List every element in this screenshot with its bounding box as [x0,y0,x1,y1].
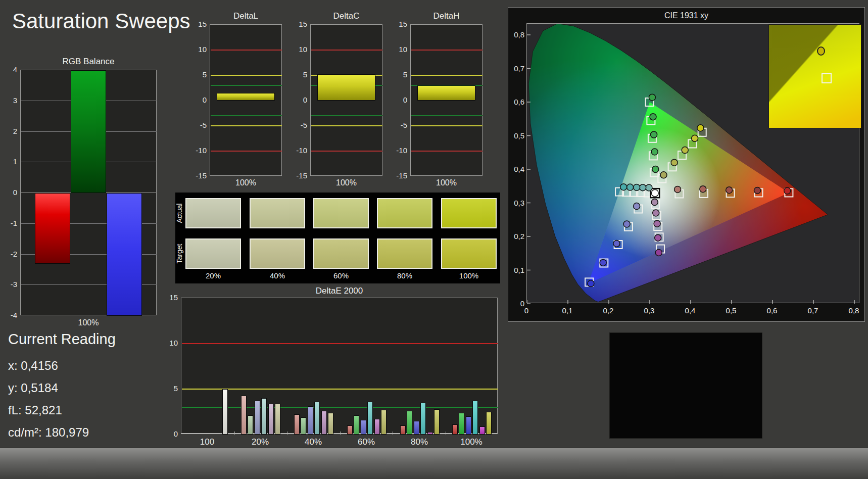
deltae-xlabel: 40% [293,437,333,447]
delta_l-ytick: -10 [187,146,207,155]
deltae-bar-100% [472,401,478,435]
cie-xtick: 0,6 [762,306,782,315]
preview-black-rectangle [609,332,762,439]
delta_l-limit-line [211,50,282,51]
delta_h-ytick: -5 [388,121,407,129]
cie-measured-point-cyan [634,184,640,190]
delta_h-ytick: -10 [388,146,407,155]
delta_h-plot [410,24,483,176]
cie-measured-point-cyan [646,184,652,191]
delta_l-title: DeltaL [210,11,282,21]
delta_c-ytick: -10 [288,146,307,155]
deltae-ytick: 15 [159,293,178,302]
cie-measured-point-yellow [682,147,688,154]
cie-measured-point-magenta [651,199,658,206]
delta_c-title: DeltaC [310,11,382,21]
cie-measured-point-red [754,187,761,194]
cie-xtick: 0,1 [557,306,577,315]
cie-xtick: 0,4 [680,306,700,315]
delta_l-ytick: -15 [187,171,207,180]
deltae-bar-80% [434,409,440,435]
cie-inset-zoom [768,24,861,128]
deltae-bar-100 [222,389,228,435]
rgb-ytick: -3 [0,280,17,289]
delta_c-ytick: 15 [288,20,307,28]
deltae-bar-60% [354,415,359,435]
deltae-bar-100% [486,412,492,435]
saturation-sweeps-page: Saturation Sweeps RGB Balance43210-1-2-3… [0,0,868,479]
cie-measured-point-cyan [620,184,627,190]
rgb-bar-red [35,193,70,264]
delta_c-xlabel: 100% [310,178,382,187]
swatch-actual-40% [250,198,305,228]
delta_c-plot [310,24,382,176]
rgb-xlabel: 100% [38,318,139,327]
delta_h-limit-line [411,125,483,126]
delta_c-limit-line [311,125,382,126]
cie-ytick: 0,5 [508,131,524,140]
swatch-row-label-actual: Actual [175,202,183,224]
cie-measured-point-cyan [640,184,646,191]
swatch-actual-100% [441,198,497,228]
deltae-bar-80% [400,425,406,435]
deltae-bar-40% [301,417,306,435]
swatch-target-60% [313,238,369,269]
cie-measured-point-blue [600,259,606,266]
swatch-col-label: 100% [441,271,497,280]
delta_l-ytick: -5 [187,121,207,129]
cie-measured-point-red [784,187,791,194]
cie-measured-point-blue [634,203,640,210]
page-title: Saturation Sweeps [12,9,190,33]
delta_l-bar [217,93,275,101]
cie-xtick: 0,3 [639,306,659,315]
cie-whitepoint-circle [651,189,658,197]
deltae-bar-60% [381,410,387,435]
deltae-title: DeltaE 2000 [181,286,498,296]
delta_c-ytick: 5 [288,70,307,79]
cie-xtick: 0,8 [844,306,864,315]
cie-measured-point-green [650,114,656,120]
cie-ytick: 0,8 [508,30,524,39]
deltae-bar-20% [268,404,274,435]
swatch-target-20% [185,238,241,269]
cie-measured-point-magenta [655,249,662,256]
delta_l-ytick: 15 [187,20,207,28]
delta_h-limit-line [411,151,483,152]
deltae-bar-40% [328,413,333,435]
deltae-bar-80% [414,421,419,435]
delta_l-limit-line [211,75,282,76]
cie-measured-point-green [652,166,659,173]
swatch-col-label: 80% [377,271,432,280]
deltae-xlabel: 80% [399,437,440,447]
delta_l-xlabel: 100% [210,178,282,187]
swatch-row-label-target: Target [175,243,183,265]
deltae-bar-40% [321,411,327,435]
rgb-bar-green [71,70,106,193]
cie-measured-point-red [726,187,733,194]
swatch-target-100% [441,238,497,269]
cie-measured-point-cyan [627,184,634,190]
rgb-ytick: -4 [0,311,17,319]
cie-ytick: 0,1 [508,266,524,274]
deltae-bar-80% [420,403,426,435]
deltae-bar-60% [361,420,366,435]
rgb-ytick: 3 [0,96,17,105]
cie-inset-measured-circle [817,46,825,56]
swatch-actual-80% [377,198,432,228]
deltae-bar-80% [407,411,412,435]
delta_h-ytick: 5 [388,70,407,79]
delta_c-limit-line [311,151,382,152]
rgb-ytick: 0 [0,188,17,197]
delta_l-ytick: 0 [187,95,207,104]
cie-ytick: 0 [508,299,524,308]
deltae-bar-60% [374,419,380,435]
cie-ytick: 0,3 [508,199,524,207]
delta_h-ytick: 10 [388,45,407,54]
swatch-actual-60% [313,198,369,228]
reading-x: x: 0,4156 [8,359,58,373]
delta_h-ytick: 15 [388,20,407,28]
reading-y: y: 0,5184 [8,381,58,395]
delta_c-ytick: 0 [288,95,307,104]
delta_c-limit-line [311,115,382,116]
delta_c-bar [317,74,375,101]
